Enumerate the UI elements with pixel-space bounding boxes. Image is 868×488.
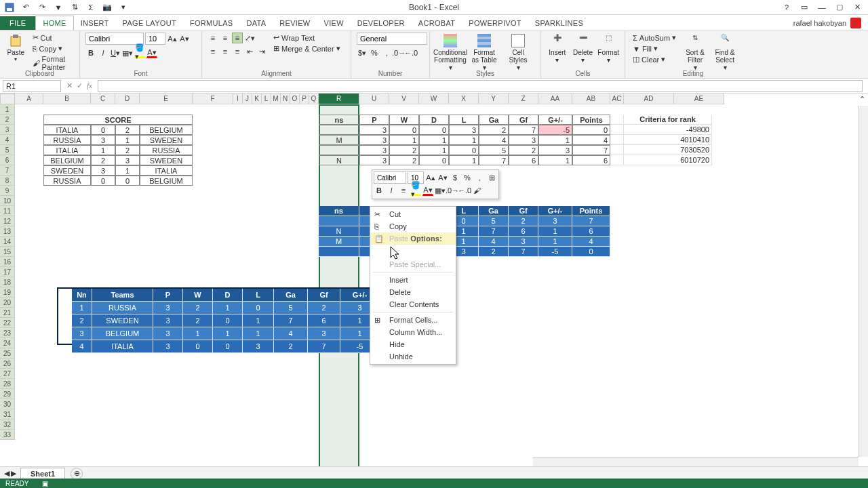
row-header[interactable]: 8: [0, 176, 15, 186]
cell[interactable]: 4: [572, 135, 610, 145]
cell[interactable]: Points: [572, 115, 610, 125]
cell[interactable]: BELGIUM: [92, 327, 153, 340]
cell[interactable]: Criteria for rank: [624, 115, 712, 125]
cell[interactable]: 3: [308, 327, 340, 340]
align-bottom-icon[interactable]: ≡: [232, 33, 243, 43]
row-header[interactable]: 5: [0, 145, 15, 155]
column-header[interactable]: AE: [674, 94, 724, 104]
cell[interactable]: 3: [153, 327, 183, 340]
cell[interactable]: 1: [538, 155, 572, 165]
cell[interactable]: 6: [509, 226, 538, 237]
tab-developer[interactable]: DEVELOPER: [351, 16, 412, 30]
mini-fill-icon[interactable]: 🪣▾: [410, 185, 421, 196]
cell[interactable]: N: [319, 226, 359, 237]
mini-percent-icon[interactable]: %: [462, 172, 473, 183]
cell[interactable]: 7: [479, 155, 509, 165]
cell[interactable]: Nn: [72, 289, 92, 302]
row-header[interactable]: 6: [0, 155, 15, 165]
tab-review[interactable]: REVIEW: [273, 16, 317, 30]
cell[interactable]: P: [359, 115, 389, 125]
cell[interactable]: BELGIUM: [140, 176, 193, 186]
cell[interactable]: 7: [509, 125, 538, 135]
enter-formula-icon[interactable]: ✓: [77, 81, 83, 90]
row-header[interactable]: 33: [0, 430, 15, 440]
ctx-unhide[interactable]: Unhide: [370, 350, 456, 363]
align-right-icon[interactable]: ≡: [232, 46, 243, 57]
cell[interactable]: 0: [419, 155, 449, 165]
cell[interactable]: Gf: [509, 206, 538, 216]
cell[interactable]: 6: [572, 226, 610, 237]
cell[interactable]: D: [213, 289, 243, 302]
filter-icon[interactable]: ▼: [53, 2, 64, 13]
column-header[interactable]: Z: [509, 94, 538, 104]
cell[interactable]: Ga: [479, 115, 509, 125]
column-header[interactable]: P: [300, 94, 309, 104]
cell[interactable]: 7030520: [624, 145, 712, 155]
cell[interactable]: 1: [115, 135, 140, 145]
row-header[interactable]: 31: [0, 409, 15, 420]
cell[interactable]: Ga: [479, 206, 509, 216]
cell[interactable]: 1: [243, 314, 274, 327]
tab-file[interactable]: FILE: [0, 16, 35, 30]
row-header[interactable]: 19: [0, 287, 15, 298]
sort-filter-button[interactable]: ⇅Sort & Filter▾: [682, 33, 708, 71]
cell[interactable]: [610, 115, 624, 125]
cell[interactable]: [319, 216, 359, 226]
column-header[interactable]: Y: [479, 94, 509, 104]
column-header[interactable]: F: [193, 94, 233, 104]
cell[interactable]: -5: [538, 125, 572, 135]
tab-view[interactable]: VIEW: [317, 16, 351, 30]
cell[interactable]: 2: [479, 125, 509, 135]
cell[interactable]: 4: [479, 237, 509, 247]
inc-decimal-icon[interactable]: .0→: [393, 47, 404, 58]
cell[interactable]: 2: [509, 216, 538, 226]
cell[interactable]: 1: [449, 155, 479, 165]
cell[interactable]: 3: [449, 125, 479, 135]
account-name[interactable]: rafael hakobyan: [793, 18, 861, 28]
font-color-icon[interactable]: A▾: [146, 47, 157, 58]
cell[interactable]: 7: [479, 226, 509, 237]
row-header[interactable]: 11: [0, 206, 15, 216]
ctx-clear-contents[interactable]: Clear Contents: [370, 298, 456, 310]
cell[interactable]: 3: [509, 237, 538, 247]
cell[interactable]: 0: [115, 176, 140, 186]
cell[interactable]: 6010720: [624, 155, 712, 165]
mini-comma-icon[interactable]: ,: [474, 172, 485, 183]
cell[interactable]: 1: [183, 327, 213, 340]
column-header[interactable]: K: [252, 94, 262, 104]
row-header[interactable]: 23: [0, 328, 15, 338]
cell[interactable]: 0: [572, 247, 610, 257]
dec-decimal-icon[interactable]: ←.0: [406, 47, 416, 58]
cell[interactable]: 1: [389, 135, 419, 145]
row-header[interactable]: 22: [0, 318, 15, 328]
cell[interactable]: 7: [308, 340, 340, 353]
format-cells-button[interactable]: ⬚Format▾: [597, 33, 619, 64]
mini-shrink-font-icon[interactable]: A▾: [437, 172, 448, 183]
select-all-corner[interactable]: [0, 94, 15, 104]
cell[interactable]: M: [319, 135, 359, 145]
row-header[interactable]: 12: [0, 216, 15, 226]
column-header[interactable]: U: [359, 94, 389, 104]
column-header[interactable]: L: [262, 94, 271, 104]
horizontal-scrollbar[interactable]: [533, 457, 859, 466]
cell[interactable]: 7: [572, 145, 610, 155]
cell[interactable]: 4: [72, 340, 92, 353]
name-box[interactable]: R1: [3, 80, 61, 92]
tab-formulas[interactable]: FORMULAS: [183, 16, 240, 30]
format-as-table-button[interactable]: Format as Table▾: [469, 33, 499, 71]
cell[interactable]: RUSSIA: [140, 145, 193, 155]
cell[interactable]: 2: [509, 145, 538, 155]
cell[interactable]: 3: [359, 125, 389, 135]
cell[interactable]: 3: [115, 155, 140, 165]
cell[interactable]: 4: [479, 135, 509, 145]
cell[interactable]: 6: [308, 314, 340, 327]
cell[interactable]: Teams: [92, 289, 153, 302]
cell[interactable]: 1: [91, 145, 115, 155]
cell[interactable]: P: [153, 289, 183, 302]
tab-sparklines[interactable]: Sparklines: [528, 16, 590, 30]
cell[interactable]: RUSSIA: [92, 302, 153, 314]
cell[interactable]: 0: [572, 125, 610, 135]
tab-powerpivot[interactable]: POWERPIVOT: [462, 16, 528, 30]
cell[interactable]: ITALIA: [92, 340, 153, 353]
row-header[interactable]: 25: [0, 348, 15, 359]
